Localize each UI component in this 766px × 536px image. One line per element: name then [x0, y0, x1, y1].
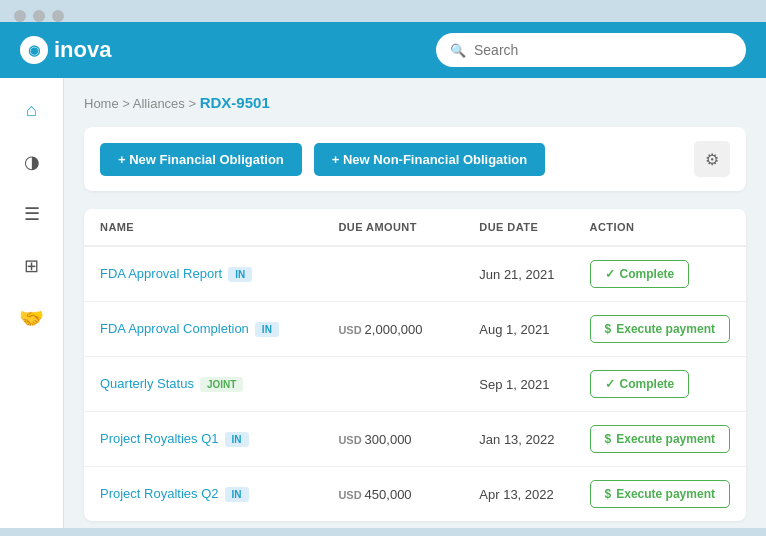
- col-header-action: ACTION: [574, 209, 746, 246]
- table-row: Project Royalties Q2INUSD450,000Apr 13, …: [84, 467, 746, 522]
- row-action-3[interactable]: $ Execute payment: [590, 425, 730, 453]
- row-name-1[interactable]: FDA Approval Completion: [100, 321, 249, 336]
- table-row: FDA Approval CompletionINUSD2,000,000Aug…: [84, 302, 746, 357]
- table-row: Quarterly StatusJOINTSep 1, 2021✓ Comple…: [84, 357, 746, 412]
- row-date-1: Aug 1, 2021: [463, 302, 573, 357]
- row-date-2: Sep 1, 2021: [463, 357, 573, 412]
- obligations-table: NAME DUE AMOUNT DUE DATE ACTION FDA Appr…: [84, 209, 746, 521]
- home-icon: ⌂: [26, 100, 37, 121]
- search-bar[interactable]: 🔍: [436, 33, 746, 67]
- row-name-3[interactable]: Project Royalties Q1: [100, 431, 219, 446]
- row-tag-3: IN: [225, 432, 249, 447]
- action-icon-3: $: [605, 432, 612, 446]
- col-header-name: NAME: [84, 209, 322, 246]
- row-tag-1: IN: [255, 322, 279, 337]
- row-currency-4: USD: [338, 489, 361, 501]
- window-dot-2: [33, 10, 45, 22]
- row-tag-0: IN: [228, 267, 252, 282]
- breadcrumb-alliances[interactable]: Alliances: [133, 96, 185, 111]
- partners-icon: 🤝: [19, 306, 44, 330]
- sidebar-item-partners[interactable]: 🤝: [10, 296, 54, 340]
- settings-button[interactable]: ⚙: [694, 141, 730, 177]
- table-header: NAME DUE AMOUNT DUE DATE ACTION: [84, 209, 746, 246]
- row-date-3: Jan 13, 2022: [463, 412, 573, 467]
- network-icon: ⊞: [24, 255, 39, 277]
- action-icon-1: $: [605, 322, 612, 336]
- breadcrumb-sep2: >: [188, 96, 199, 111]
- action-icon-4: $: [605, 487, 612, 501]
- window-chrome: [0, 0, 766, 22]
- row-action-2[interactable]: ✓ Complete: [590, 370, 690, 398]
- col-header-date: DUE DATE: [463, 209, 573, 246]
- row-date-0: Jun 21, 2021: [463, 246, 573, 302]
- col-header-amount: DUE AMOUNT: [322, 209, 463, 246]
- row-currency-1: USD: [338, 324, 361, 336]
- row-tag-4: IN: [225, 487, 249, 502]
- sidebar: ⌂ ◑ ☰ ⊞ 🤝: [0, 78, 64, 528]
- breadcrumb-home[interactable]: Home: [84, 96, 119, 111]
- sidebar-item-contacts[interactable]: ☰: [10, 192, 54, 236]
- contacts-icon: ☰: [24, 203, 40, 225]
- breadcrumb: Home > Alliances > RDX-9501: [84, 94, 746, 111]
- row-action-4[interactable]: $ Execute payment: [590, 480, 730, 508]
- new-nonfinancial-obligation-button[interactable]: + New Non-Financial Obligation: [314, 143, 545, 176]
- action-icon-2: ✓: [605, 377, 615, 391]
- logo-icon: ◉: [20, 36, 48, 64]
- row-name-2[interactable]: Quarterly Status: [100, 376, 194, 391]
- content-area: Home > Alliances > RDX-9501 + New Financ…: [64, 78, 766, 528]
- logo-text: inova: [54, 37, 111, 63]
- logo: ◉ inova: [20, 36, 111, 64]
- search-icon: 🔍: [450, 43, 466, 58]
- breadcrumb-current: RDX-9501: [200, 94, 270, 111]
- action-icon-0: ✓: [605, 267, 615, 281]
- analytics-icon: ◑: [24, 151, 40, 173]
- window-dot-1: [14, 10, 26, 22]
- main-layout: ⌂ ◑ ☰ ⊞ 🤝 Home > Alliances > RDX-9501 + …: [0, 78, 766, 528]
- search-input[interactable]: [474, 42, 732, 58]
- table-row: FDA Approval ReportINJun 21, 2021✓ Compl…: [84, 246, 746, 302]
- row-name-4[interactable]: Project Royalties Q2: [100, 486, 219, 501]
- row-action-0[interactable]: ✓ Complete: [590, 260, 690, 288]
- breadcrumb-sep1: >: [122, 96, 133, 111]
- window-dot-3: [52, 10, 64, 22]
- sidebar-item-network[interactable]: ⊞: [10, 244, 54, 288]
- row-action-1[interactable]: $ Execute payment: [590, 315, 730, 343]
- row-tag-2: JOINT: [200, 377, 243, 392]
- toolbar: + New Financial Obligation + New Non-Fin…: [84, 127, 746, 191]
- row-currency-3: USD: [338, 434, 361, 446]
- table-row: Project Royalties Q1INUSD300,000Jan 13, …: [84, 412, 746, 467]
- settings-icon: ⚙: [705, 150, 719, 169]
- sidebar-item-home[interactable]: ⌂: [10, 88, 54, 132]
- row-name-0[interactable]: FDA Approval Report: [100, 266, 222, 281]
- new-financial-obligation-button[interactable]: + New Financial Obligation: [100, 143, 302, 176]
- row-date-4: Apr 13, 2022: [463, 467, 573, 522]
- sidebar-item-analytics[interactable]: ◑: [10, 140, 54, 184]
- top-nav: ◉ inova 🔍: [0, 22, 766, 78]
